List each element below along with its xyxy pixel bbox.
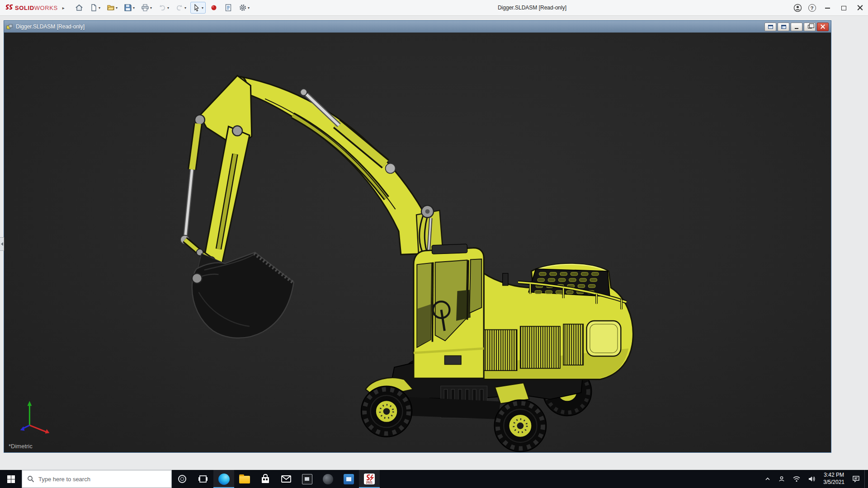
document-title: Digger.SLDASM [Read-only]: [16, 23, 85, 30]
select-tool-button[interactable]: ▾: [190, 2, 206, 14]
bucket: [192, 253, 294, 338]
redo-caret-icon[interactable]: ▾: [184, 6, 186, 10]
tile-pane-alt-icon: [781, 25, 786, 29]
front-left-wheel: [361, 386, 412, 436]
tray-contact-button[interactable]: [775, 470, 788, 488]
select-caret-icon[interactable]: ▾: [202, 6, 203, 10]
gray-circle-app-icon: [323, 474, 333, 484]
mail-icon: [281, 474, 292, 484]
contact-icon: [778, 475, 785, 483]
gear-icon: [239, 4, 247, 12]
tray-volume-button[interactable]: [805, 470, 818, 488]
doc-tile-pane-alt-button[interactable]: [778, 23, 789, 31]
search-placeholder-text: Type here to search: [38, 476, 90, 483]
new-document-caret-icon[interactable]: ▾: [99, 6, 100, 10]
solidworks-app-icon: 2021: [363, 473, 375, 485]
print-caret-icon[interactable]: ▾: [150, 6, 152, 10]
maximize-icon: [841, 6, 846, 10]
tray-network-button[interactable]: [790, 470, 803, 488]
taskbar-photos-button[interactable]: [297, 470, 317, 488]
hidden-icons-button[interactable]: [762, 470, 774, 488]
action-center-button[interactable]: [849, 470, 863, 488]
redo-button[interactable]: ▾: [173, 2, 189, 14]
doc-restore-icon: [808, 25, 812, 28]
close-icon: [857, 5, 863, 11]
app-maximize-button[interactable]: [835, 0, 852, 16]
screen: SOLIDWORKS ▸ ▾ ▾ ▾ ▾: [0, 0, 868, 488]
xpress-tools-button[interactable]: [208, 2, 220, 14]
report-sheet-icon: [224, 4, 232, 12]
action-center-icon: [852, 475, 860, 483]
edge-icon: [218, 474, 230, 485]
print-button[interactable]: ▾: [139, 2, 154, 14]
doc-tile-pane-button[interactable]: [764, 23, 776, 31]
taskbar-store-button[interactable]: [255, 470, 276, 488]
titlebar-right-controls: ?: [790, 0, 868, 16]
account-icon: [793, 4, 802, 12]
doc-close-icon: [821, 24, 825, 29]
options-button[interactable]: ▾: [236, 2, 252, 14]
account-button[interactable]: [790, 0, 805, 16]
save-icon: [124, 4, 132, 12]
doc-restore-button[interactable]: [804, 23, 816, 31]
clock-date: 3/5/2021: [823, 479, 844, 486]
microsoft-store-icon: [260, 474, 271, 484]
taskbar-edge-button[interactable]: [213, 470, 234, 488]
undo-caret-icon[interactable]: ▾: [167, 6, 169, 10]
app-close-button[interactable]: [852, 0, 868, 16]
blue-tile-app-icon: [344, 474, 354, 484]
help-icon: ?: [808, 4, 816, 12]
chevron-up-icon: [764, 476, 771, 482]
minimize-icon: [825, 8, 830, 9]
menu-expander-icon[interactable]: ▸: [62, 5, 65, 10]
orientation-triad: [20, 401, 50, 433]
home-button[interactable]: [73, 2, 85, 14]
document-titlebar[interactable]: Digger.SLDASM [Read-only]: [4, 21, 831, 33]
system-tray: 3:42 PM 3/5/2021: [762, 470, 868, 488]
assembly-file-icon: [6, 23, 13, 30]
taskbar-solidworks-button[interactable]: 2021: [359, 470, 380, 488]
logo-solid: SOLID: [15, 5, 34, 11]
open-button[interactable]: ▾: [104, 2, 120, 14]
show-desktop-button[interactable]: [864, 470, 867, 488]
taskbar-cortana-button[interactable]: [172, 470, 193, 488]
tile-pane-icon: [768, 25, 773, 29]
new-document-button[interactable]: ▾: [87, 2, 103, 14]
doc-minimize-button[interactable]: [791, 23, 802, 31]
start-button[interactable]: [0, 470, 22, 488]
undo-button[interactable]: ▾: [156, 2, 171, 14]
doc-close-button[interactable]: [817, 23, 829, 31]
app-window-title: Digger.SLDASM [Read-only]: [467, 5, 598, 11]
taskbar: Type here to search 2021: [0, 470, 868, 488]
red-sphere-icon: [210, 4, 218, 12]
design-binder-button[interactable]: [222, 2, 235, 14]
save-button[interactable]: ▾: [122, 2, 137, 14]
boom-arm: [233, 77, 429, 255]
taskbar-blue-app-button[interactable]: [338, 470, 359, 488]
taskbar-search-box[interactable]: Type here to search: [22, 470, 172, 488]
open-caret-icon[interactable]: ▾: [116, 6, 118, 10]
taskbar-gray-app-button[interactable]: [317, 470, 338, 488]
select-arrow-icon: [193, 4, 201, 12]
excavator-model: [4, 33, 831, 452]
doc-minimize-icon: [795, 28, 798, 29]
windows-logo-icon: [7, 475, 15, 483]
taskbar-file-explorer-button[interactable]: [234, 470, 255, 488]
solidworks-logo-text: SOLIDWORKS: [15, 5, 58, 11]
help-button[interactable]: ?: [805, 0, 819, 16]
print-icon: [141, 4, 149, 12]
search-icon: [27, 475, 34, 483]
app-minimize-button[interactable]: [819, 0, 835, 16]
engine-house: [476, 264, 633, 380]
taskbar-clock[interactable]: 3:42 PM 3/5/2021: [820, 472, 848, 486]
stick-arm: [195, 75, 252, 264]
taskbar-mail-button[interactable]: [276, 470, 297, 488]
redo-icon: [175, 4, 184, 12]
options-caret-icon[interactable]: ▾: [248, 6, 250, 10]
save-caret-icon[interactable]: ▾: [133, 6, 135, 10]
open-folder-icon: [107, 4, 115, 12]
taskbar-task-view-button[interactable]: [193, 470, 213, 488]
collapsed-panel-tab[interactable]: [0, 237, 4, 251]
viewport-3d[interactable]: *Dimetric: [4, 33, 831, 452]
photos-dark-tile-icon: [302, 474, 312, 484]
